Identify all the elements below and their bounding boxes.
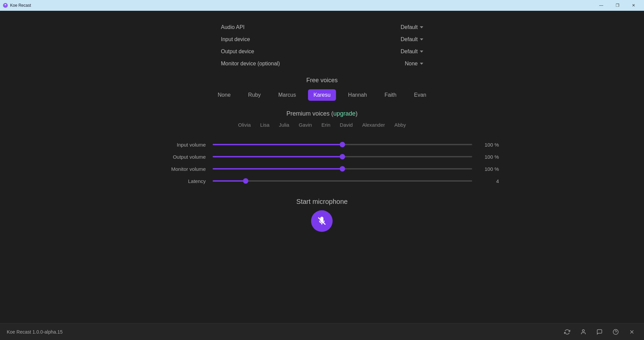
premium-paren-close: ) — [356, 110, 358, 117]
chat-button[interactable] — [594, 327, 605, 337]
output-volume-value: 100 % — [479, 154, 499, 160]
monitor-device-dropdown[interactable]: None — [405, 61, 423, 67]
title-bar: Koe Recast — ❐ ✕ — [0, 0, 644, 11]
input-device-label: Input device — [221, 36, 250, 42]
svg-point-0 — [3, 3, 8, 8]
audio-api-value: Default — [401, 24, 418, 30]
free-voices-title: Free voices — [306, 77, 338, 84]
monitor-volume-label: Monitor volume — [145, 166, 206, 172]
premium-voice-erin: Erin — [321, 122, 331, 128]
premium-voice-lisa: Lisa — [260, 122, 270, 128]
audio-api-label: Audio API — [221, 24, 245, 30]
title-bar-controls: — ❐ ✕ — [593, 0, 641, 11]
minimize-button[interactable]: — — [593, 0, 609, 11]
latency-label: Latency — [145, 178, 206, 184]
output-volume-slider[interactable] — [213, 156, 472, 157]
input-device-dropdown[interactable]: Default — [401, 36, 423, 42]
monitor-volume-value: 100 % — [479, 166, 499, 172]
mic-button[interactable] — [311, 210, 333, 232]
latency-row: Latency 4 — [145, 178, 499, 184]
upgrade-link[interactable]: upgrade — [333, 110, 356, 117]
user-icon — [580, 329, 586, 335]
help-button[interactable] — [610, 327, 621, 337]
maximize-button[interactable]: ❐ — [610, 0, 625, 11]
monitor-device-arrow-icon — [420, 63, 423, 65]
premium-voices-list: Olivia Lisa Julia Gavin Erin David Alexa… — [238, 122, 406, 128]
input-volume-row: Input volume 100 % — [145, 141, 499, 148]
voice-btn-faith[interactable]: Faith — [379, 89, 402, 101]
monitor-volume-slider-container — [213, 165, 472, 172]
premium-voice-david: David — [340, 122, 352, 128]
input-volume-slider-container — [213, 141, 472, 148]
monitor-device-row: Monitor device (optional) None — [221, 61, 423, 67]
premium-voices-title: Premium voices (upgrade) — [286, 110, 358, 117]
refresh-button[interactable] — [562, 327, 573, 337]
voice-btn-none[interactable]: None — [212, 89, 236, 101]
main-content: Audio API Default Input device Default O… — [0, 11, 644, 323]
output-volume-label: Output volume — [145, 154, 206, 160]
premium-voices-label: Premium voices ( — [286, 110, 333, 117]
status-close-button[interactable] — [626, 327, 637, 337]
mic-icon — [317, 216, 327, 226]
input-volume-value: 100 % — [479, 142, 499, 148]
status-icons — [562, 327, 637, 337]
help-icon — [613, 329, 619, 335]
voice-btn-ruby[interactable]: Ruby — [243, 89, 266, 101]
monitor-volume-row: Monitor volume 100 % — [145, 165, 499, 172]
free-voices-list: None Ruby Marcus Karesu Hannah Faith Eva… — [212, 89, 432, 101]
premium-voice-olivia: Olivia — [238, 122, 251, 128]
monitor-device-label: Monitor device (optional) — [221, 61, 280, 67]
output-device-label: Output device — [221, 49, 254, 55]
refresh-icon — [564, 329, 570, 335]
output-device-row: Output device Default — [221, 49, 423, 55]
input-device-row: Input device Default — [221, 36, 423, 42]
input-volume-label: Input volume — [145, 142, 206, 148]
mic-title: Start microphone — [296, 198, 347, 206]
premium-voice-gavin: Gavin — [299, 122, 312, 128]
output-device-value: Default — [401, 49, 418, 55]
mic-section: Start microphone — [296, 198, 347, 232]
version-text: Koe Recast 1.0.0-alpha.15 — [7, 329, 63, 335]
audio-api-arrow-icon — [420, 26, 423, 28]
title-bar-title: Koe Recast — [10, 3, 31, 8]
chat-icon — [596, 329, 603, 335]
sliders-section: Input volume 100 % Output volume 100 % M… — [145, 141, 499, 184]
latency-slider[interactable] — [213, 180, 472, 182]
output-device-arrow-icon — [420, 51, 423, 53]
output-device-dropdown[interactable]: Default — [401, 49, 423, 55]
monitor-volume-slider[interactable] — [213, 168, 472, 169]
audio-api-row: Audio API Default — [221, 24, 423, 30]
latency-slider-container — [213, 178, 472, 184]
app-icon — [3, 3, 8, 8]
voice-btn-karesu[interactable]: Karesu — [308, 89, 336, 101]
audio-api-dropdown[interactable]: Default — [401, 24, 423, 30]
settings-section: Audio API Default Input device Default O… — [221, 24, 423, 67]
input-volume-slider[interactable] — [213, 144, 472, 145]
voice-btn-hannah[interactable]: Hannah — [343, 89, 372, 101]
title-bar-left: Koe Recast — [3, 3, 31, 8]
input-device-value: Default — [401, 36, 418, 42]
output-volume-row: Output volume 100 % — [145, 153, 499, 160]
monitor-device-value: None — [405, 61, 418, 67]
premium-voice-julia: Julia — [279, 122, 289, 128]
input-device-arrow-icon — [420, 38, 423, 40]
svg-point-2 — [582, 330, 584, 332]
user-button[interactable] — [578, 327, 589, 337]
premium-voice-abby: Abby — [394, 122, 406, 128]
output-volume-slider-container — [213, 153, 472, 160]
status-bar: Koe Recast 1.0.0-alpha.15 — [0, 323, 644, 340]
status-close-icon — [629, 329, 635, 335]
latency-value: 4 — [479, 178, 499, 184]
close-button[interactable]: ✕ — [626, 0, 641, 11]
voice-btn-evan[interactable]: Evan — [408, 89, 431, 101]
premium-voice-alexander: Alexander — [362, 122, 385, 128]
voice-btn-marcus[interactable]: Marcus — [273, 89, 301, 101]
